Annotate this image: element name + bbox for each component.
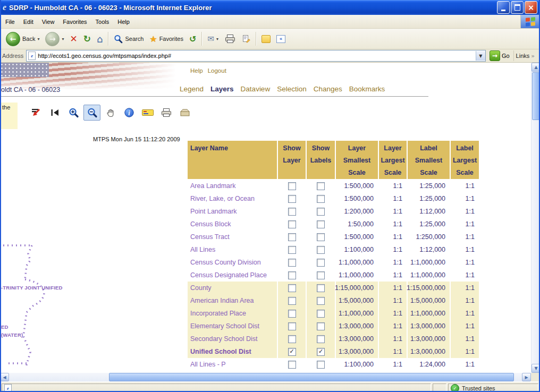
show-layer-checkbox[interactable] <box>288 220 296 228</box>
show-layer-checkbox[interactable] <box>288 233 296 241</box>
menu-item-view[interactable]: View <box>38 16 59 27</box>
forward-dropdown-icon[interactable]: ▾ <box>62 37 64 41</box>
back-dropdown-icon[interactable]: ▾ <box>37 37 39 41</box>
status-bar: e ✓ Trusted sites <box>0 381 540 392</box>
status-page-icon: e <box>4 384 12 392</box>
scale-value: 1:1 <box>451 205 479 218</box>
close-button[interactable]: × <box>525 1 537 14</box>
menu-item-tools[interactable]: Tools <box>91 16 114 27</box>
nav-changes[interactable]: Changes <box>314 85 342 93</box>
search-button[interactable]: Search <box>111 33 146 45</box>
checkbox-cell <box>307 307 335 320</box>
address-url[interactable]: http://ecots1.geo.census.gov/mtpsmaps/in… <box>38 53 474 59</box>
show-labels-checkbox[interactable] <box>317 348 325 356</box>
layer-row: Census County Division1:1,000,0001:11:1,… <box>188 256 479 269</box>
forward-button[interactable]: → ▾ <box>43 30 66 48</box>
show-layer-checkbox[interactable] <box>288 348 296 356</box>
menu-item-help[interactable]: Help <box>113 16 134 27</box>
show-labels-checkbox[interactable] <box>317 361 325 369</box>
column-header: ShowLabels <box>307 141 335 179</box>
address-dropdown-icon[interactable]: ▼ <box>476 51 485 61</box>
scale-value: 1:3,000,000 <box>408 320 450 333</box>
layers-table-body: Area Landmark1:500,0001:11:25,0001:1Rive… <box>188 180 479 371</box>
map-canvas[interactable] <box>0 63 187 373</box>
help-link[interactable]: Help <box>190 67 203 74</box>
show-layer-checkbox[interactable] <box>288 361 296 369</box>
maximize-button[interactable] <box>511 1 524 14</box>
toolbar-separator <box>201 32 202 46</box>
menu-item-favorites[interactable]: Favorites <box>58 16 91 27</box>
home-button[interactable]: ⌂ <box>94 32 105 46</box>
favorites-button[interactable]: ★ Favorites <box>147 32 186 46</box>
column-header: LayerSmallestScale <box>336 141 378 179</box>
scale-value: 1:1 <box>379 269 407 282</box>
show-labels-checkbox[interactable] <box>317 259 325 267</box>
minimize-button[interactable] <box>497 1 510 14</box>
logout-link[interactable]: Logout <box>208 67 226 74</box>
links-button[interactable]: Links » <box>513 50 538 61</box>
show-labels-checkbox[interactable] <box>317 271 325 279</box>
history-button[interactable]: ↺ <box>187 32 199 46</box>
show-layer-checkbox[interactable] <box>288 310 296 318</box>
layer-row: All Lines - P1:100,0001:11:24,0001:1 <box>188 358 479 371</box>
show-labels-checkbox[interactable] <box>317 284 325 292</box>
checkbox-cell <box>307 358 335 371</box>
horizontal-scrollbar[interactable]: ◀ ▶ <box>0 373 531 381</box>
scroll-up-icon[interactable]: ▲ <box>531 63 540 72</box>
vertical-scrollbar[interactable]: ▲ ▼ <box>531 63 540 373</box>
show-layer-checkbox[interactable] <box>288 259 296 267</box>
show-layer-checkbox[interactable] <box>288 182 296 190</box>
go-button[interactable]: → Go <box>488 50 511 61</box>
scale-value: 1:1 <box>451 231 479 243</box>
show-labels-checkbox[interactable] <box>317 297 325 305</box>
print-button[interactable] <box>222 32 239 46</box>
show-layer-checkbox[interactable] <box>288 297 296 305</box>
show-layer-checkbox[interactable] <box>288 335 296 343</box>
scale-value: 1:1,000,000 <box>408 307 450 320</box>
window-title: SDRP - Humboldt CA - 06 - 06023 - Micros… <box>9 4 494 12</box>
back-button[interactable]: ← Back ▾ <box>3 30 42 48</box>
show-labels-checkbox[interactable] <box>317 335 325 343</box>
show-layer-checkbox[interactable] <box>288 271 296 279</box>
checkbox-cell <box>278 269 306 282</box>
notes-button[interactable] <box>259 33 273 45</box>
scale-value: 1:1 <box>451 269 479 282</box>
address-input[interactable]: e http://ecots1.geo.census.gov/mtpsmaps/… <box>26 50 486 62</box>
scroll-right-icon[interactable]: ▶ <box>522 373 531 381</box>
show-labels-checkbox[interactable] <box>317 182 325 190</box>
show-labels-checkbox[interactable] <box>317 310 325 318</box>
show-layer-checkbox[interactable] <box>288 195 296 203</box>
show-layer-checkbox[interactable] <box>288 246 296 254</box>
checkbox-cell <box>278 205 306 218</box>
stop-button[interactable]: ✕ <box>68 32 80 46</box>
show-labels-checkbox[interactable] <box>317 322 325 330</box>
show-labels-checkbox[interactable] <box>317 195 325 203</box>
nav-dataview[interactable]: Dataview <box>241 85 271 93</box>
refresh-button[interactable]: ↻ <box>81 32 94 46</box>
show-layer-checkbox[interactable] <box>288 284 296 292</box>
mail-button[interactable]: ✉▾ <box>205 32 221 45</box>
nav-selection[interactable]: Selection <box>277 85 307 93</box>
show-labels-checkbox[interactable] <box>317 246 325 254</box>
show-labels-checkbox[interactable] <box>317 220 325 228</box>
mail-dropdown-icon[interactable]: ▾ <box>216 37 218 41</box>
links-label: Links <box>516 53 530 59</box>
menu-item-edit[interactable]: Edit <box>19 16 38 27</box>
vertical-scroll-thumb[interactable] <box>532 72 540 120</box>
menu-item-file[interactable]: File <box>1 16 19 27</box>
show-labels-checkbox[interactable] <box>317 208 325 216</box>
scale-value: 1:1 <box>451 345 479 358</box>
nav-layers[interactable]: Layers <box>210 85 234 93</box>
scroll-down-icon[interactable]: ▼ <box>531 364 540 373</box>
nav-bookmarks[interactable]: Bookmarks <box>349 85 385 93</box>
scale-value: 1:5,000,000 <box>408 294 450 307</box>
district-label: ED <box>1 324 9 330</box>
layer-name: Point Landmark <box>188 205 277 218</box>
show-layer-checkbox[interactable] <box>288 322 296 330</box>
edit-button[interactable] <box>239 33 253 45</box>
horizontal-scroll-thumb[interactable] <box>109 373 514 381</box>
show-layer-checkbox[interactable] <box>288 208 296 216</box>
discuss-button[interactable]: « <box>274 33 288 45</box>
show-labels-checkbox[interactable] <box>317 233 325 241</box>
scroll-left-icon[interactable]: ◀ <box>0 373 9 381</box>
